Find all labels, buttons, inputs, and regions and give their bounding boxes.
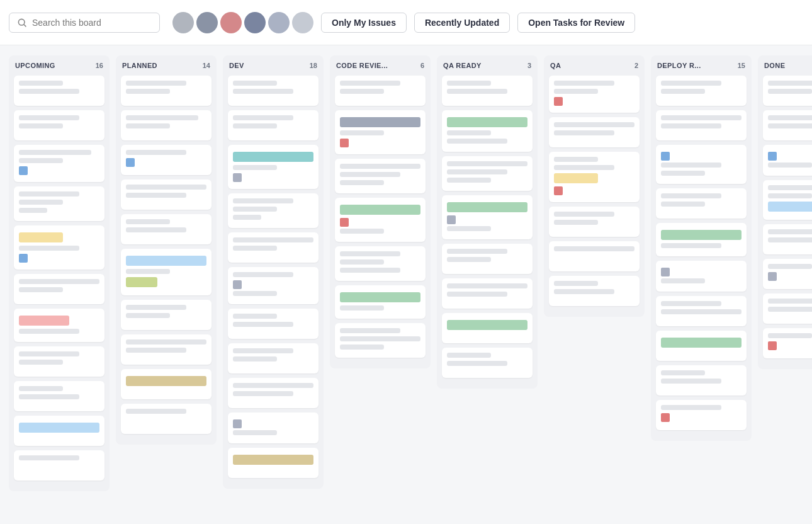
card[interactable] xyxy=(442,156,533,191)
card[interactable] xyxy=(656,365,747,396)
card[interactable] xyxy=(442,244,533,274)
card[interactable] xyxy=(121,334,211,365)
column-title: DEV xyxy=(229,62,306,69)
card[interactable] xyxy=(549,76,640,113)
card[interactable] xyxy=(549,207,640,237)
card[interactable] xyxy=(14,416,104,446)
column-header-planned: PLANNED 14 xyxy=(121,62,211,69)
column-header-qa-ready: QA READY 3 xyxy=(442,62,533,69)
card[interactable] xyxy=(14,309,104,342)
avatar[interactable] xyxy=(292,12,313,33)
column-count: 2 xyxy=(634,62,638,69)
card[interactable] xyxy=(335,76,426,106)
column-header-dev: DEV 18 xyxy=(228,62,319,69)
card[interactable] xyxy=(121,369,211,399)
column-title: CODE REVIE... xyxy=(336,62,417,69)
card[interactable] xyxy=(121,145,211,175)
card[interactable] xyxy=(228,448,319,478)
card[interactable] xyxy=(121,179,211,210)
search-box[interactable] xyxy=(9,13,160,33)
card[interactable] xyxy=(14,225,104,270)
column-header-deploy-r: DEPLOY R... 15 xyxy=(656,62,747,69)
card[interactable] xyxy=(656,296,747,326)
card[interactable] xyxy=(14,450,104,481)
card[interactable] xyxy=(14,76,104,106)
card[interactable] xyxy=(228,110,319,140)
column-count: 14 xyxy=(203,62,210,69)
card[interactable] xyxy=(549,152,640,202)
card[interactable] xyxy=(228,193,319,228)
only-my-issues-button[interactable]: Only My Issues xyxy=(321,13,407,33)
card[interactable] xyxy=(656,145,747,184)
card[interactable] xyxy=(763,76,812,106)
card[interactable] xyxy=(763,328,812,358)
card[interactable] xyxy=(763,110,812,140)
column-count: 15 xyxy=(738,62,745,69)
card[interactable] xyxy=(228,76,319,106)
card[interactable] xyxy=(228,309,319,339)
open-tasks-button[interactable]: Open Tasks for Review xyxy=(517,13,635,33)
card[interactable] xyxy=(656,188,747,219)
card[interactable] xyxy=(228,145,319,189)
search-input[interactable] xyxy=(32,18,152,28)
column-title: DEPLOY R... xyxy=(657,62,734,69)
card[interactable] xyxy=(121,404,211,434)
card[interactable] xyxy=(228,343,319,373)
card[interactable] xyxy=(763,293,812,324)
card[interactable] xyxy=(335,198,426,242)
card[interactable] xyxy=(763,224,812,254)
card[interactable] xyxy=(549,117,640,147)
card[interactable] xyxy=(442,195,533,239)
card[interactable] xyxy=(14,145,104,182)
card[interactable] xyxy=(335,246,426,281)
card[interactable] xyxy=(656,110,747,140)
card[interactable] xyxy=(335,110,426,154)
card[interactable] xyxy=(442,348,533,378)
card[interactable] xyxy=(442,110,533,152)
card[interactable] xyxy=(656,76,747,106)
board: UPCOMING 16 PLANNED 14 DEV xyxy=(0,45,812,524)
card[interactable] xyxy=(335,323,426,358)
avatar[interactable] xyxy=(196,12,218,33)
card[interactable] xyxy=(763,145,812,176)
card[interactable] xyxy=(121,110,211,140)
column-count: 6 xyxy=(420,62,424,69)
card[interactable] xyxy=(442,313,533,343)
card[interactable] xyxy=(763,259,812,289)
card[interactable] xyxy=(656,331,747,361)
avatar[interactable] xyxy=(268,12,290,33)
card[interactable] xyxy=(14,110,104,140)
card[interactable] xyxy=(228,267,319,304)
card[interactable] xyxy=(228,413,319,443)
card[interactable] xyxy=(14,274,104,304)
card[interactable] xyxy=(121,76,211,106)
card[interactable] xyxy=(763,180,812,220)
column-planned: PLANNED 14 xyxy=(116,55,217,445)
card[interactable] xyxy=(121,249,211,295)
card[interactable] xyxy=(335,285,426,319)
card[interactable] xyxy=(656,261,747,292)
avatar[interactable] xyxy=(172,12,194,33)
card[interactable] xyxy=(121,300,211,330)
column-title: QA xyxy=(550,62,631,69)
card[interactable] xyxy=(14,346,104,377)
card[interactable] xyxy=(228,378,319,408)
column-done: DONE 15 xyxy=(758,55,812,369)
card[interactable] xyxy=(442,76,533,106)
column-header-qa: QA 2 xyxy=(549,62,640,69)
search-icon xyxy=(17,18,27,28)
card[interactable] xyxy=(228,232,319,263)
card[interactable] xyxy=(121,214,211,244)
card[interactable] xyxy=(335,159,426,193)
avatar[interactable] xyxy=(220,12,242,33)
card[interactable] xyxy=(14,186,104,221)
card[interactable] xyxy=(442,278,533,309)
card[interactable] xyxy=(549,241,640,271)
card[interactable] xyxy=(656,223,747,256)
card[interactable] xyxy=(549,276,640,306)
card[interactable] xyxy=(656,400,747,430)
column-count: 18 xyxy=(310,62,317,69)
card[interactable] xyxy=(14,381,104,411)
recently-updated-button[interactable]: Recently Updated xyxy=(414,13,510,33)
avatar[interactable] xyxy=(244,12,266,33)
